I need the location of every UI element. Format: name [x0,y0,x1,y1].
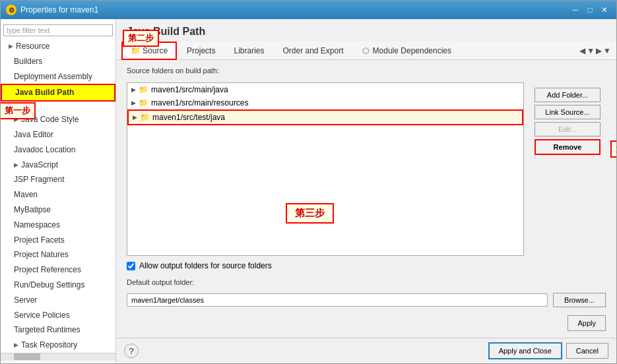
source-list-container: ▶ 📁 maven1/src/main/java ▶ 📁 maven1/src/… [127,82,524,256]
tab-source[interactable]: 📁 Source 第二步 [121,42,177,60]
default-output-label: Default output folder: [127,278,606,286]
sidebar-item-jsp-fragment[interactable]: JSP Fragment [1,172,115,187]
output-folder-input[interactable] [127,293,548,307]
remove-button[interactable]: Remove [535,139,601,155]
tab-order-export[interactable]: Order and Export [274,42,352,59]
window-icon: ⚙ [6,5,16,15]
sidebar-item-deployment-assembly[interactable]: Deployment Assembly [1,69,115,84]
close-button[interactable]: ✕ [598,4,611,16]
tab-libraries[interactable]: Libraries [225,42,273,59]
source-section-label: Source folders on build path: [127,67,606,75]
panel-body: Source folders on build path: ▶ 📁 maven1… [116,60,616,338]
apply-button-inner[interactable]: Apply [568,315,606,331]
source-list-wrapper: ▶ 📁 maven1/src/main/java ▶ 📁 maven1/src/… [127,82,524,256]
sidebar-item-builders[interactable]: Builders [1,54,115,69]
tab-projects[interactable]: Projects [178,42,224,59]
sidebar-item-resource[interactable]: ▶ Resource [1,39,115,54]
expand-tri-2: ▶ [133,114,137,121]
expand-arrow-code-style: ▶ [14,115,18,124]
sidebar-item-targeted-runtimes[interactable]: Targeted Runtimes [1,322,115,338]
output-folder-row: Browse... [127,293,606,307]
folder-icon-2: 📁 [140,113,150,122]
sidebar-item-java-editor[interactable]: Java Editor [1,127,115,142]
expand-arrow-resource: ▶ [9,42,13,51]
folder-icon-1: 📁 [139,98,148,107]
sidebar-item-project-references[interactable]: Project References [1,262,115,278]
link-source-button[interactable]: Link Source... [535,105,601,119]
source-row-test-java[interactable]: ▶ 📁 maven1/src/test/java [127,109,523,125]
sidebar: ▶ Resource Builders Deployment Assembly … [1,19,116,363]
title-bar: ⚙ Properties for maven1 ─ □ ✕ [1,1,616,19]
step2-label: 第二步 [123,30,159,47]
sidebar-item-java-build-path[interactable]: Java Build Path [1,84,115,102]
main-panel: Java Build Path 📁 Source 第二步 Projects Li… [116,19,616,363]
folder-icon-tab: 📁 [131,46,141,55]
sidebar-item-javascript[interactable]: ▶ JavaScript [1,158,115,173]
sidebar-item-javadoc-location[interactable]: Javadoc Location [1,142,115,158]
bottom-bar: ? Apply and Close Cancel [116,338,616,363]
sidebar-item-mybatipse[interactable]: MyBatipse [1,202,115,218]
step4-label: 第四步 [610,140,616,158]
sidebar-item-java-code-style[interactable]: ▶ Java Code Style [1,112,115,127]
help-button[interactable]: ? [124,344,139,358]
properties-window: ⚙ Properties for maven1 ─ □ ✕ ▶ Resource… [0,0,617,364]
window-title: Properties for maven1 [20,5,98,15]
sidebar-item-service-policies[interactable]: Service Policies [1,308,115,323]
add-folder-button[interactable]: Add Folder... [535,88,601,102]
action-buttons: Add Folder... Link Source... Edit... Rem… [529,82,606,256]
edit-button[interactable]: Edit... [535,122,601,136]
tabs-bar: 📁 Source 第二步 Projects Libraries Order an… [116,42,616,60]
sidebar-item-server[interactable]: Server [1,293,115,308]
expand-arrow-task-repository: ▶ [14,341,18,349]
filter-input[interactable] [3,24,113,36]
apply-close-button[interactable]: Apply and Close [488,342,562,359]
cancel-button[interactable]: Cancel [566,343,608,359]
nav-arrows: ◀ ▼ ▶ ▼ [579,46,611,55]
sidebar-item-run-debug-settings[interactable]: Run/Debug Settings [1,278,115,293]
minimize-button[interactable]: ─ [569,4,582,16]
module-icon: ⬡ [362,46,369,55]
sidebar-item-task-repository[interactable]: ▶ Task Repository [1,338,115,353]
maximize-button[interactable]: □ [583,4,597,16]
panel-title: Java Build Path [116,19,616,42]
allow-output-row: Allow output folders for source folders [127,261,606,270]
tab-module-dependencies[interactable]: ⬡ Module Dependencies [354,42,460,59]
folder-icon-0: 📁 [139,85,148,94]
sidebar-item-project-natures[interactable]: Project Natures [1,247,115,262]
remove-button-wrapper: Remove 第四步 [535,139,601,155]
sidebar-item-maven[interactable]: Maven [1,187,115,202]
expand-tri-1: ▶ [131,100,136,106]
sidebar-item-project-facets[interactable]: Project Facets [1,233,115,248]
sidebar-item-namespaces[interactable]: Namespaces [1,218,115,233]
source-row-main-java[interactable]: ▶ 📁 maven1/src/main/java [127,83,523,96]
expand-tri-0: ▶ [131,86,136,93]
allow-output-label: Allow output folders for source folders [139,261,272,270]
source-row-main-resources[interactable]: ▶ 📁 maven1/src/main/resources [127,96,523,109]
browse-button[interactable]: Browse... [553,293,606,307]
allow-output-checkbox[interactable] [127,262,135,270]
expand-arrow-javascript: ▶ [14,161,18,169]
